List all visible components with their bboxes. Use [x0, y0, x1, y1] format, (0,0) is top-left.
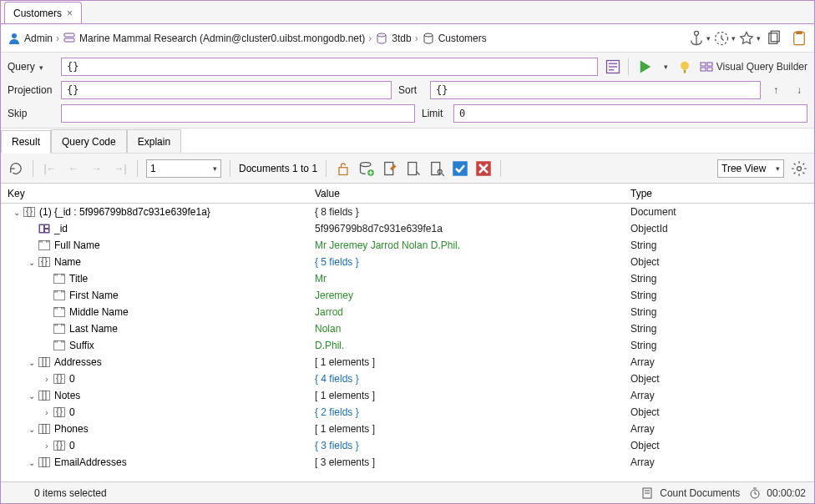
tree-row[interactable]: ⌄[]Phones[ 1 elements ]Array — [1, 421, 814, 437]
collapse-icon[interactable]: ⌄ — [26, 391, 38, 401]
limit-input[interactable] — [453, 104, 807, 123]
first-page-icon[interactable]: |← — [42, 160, 58, 177]
value-cell[interactable]: [ 1 elements ] — [315, 356, 630, 368]
projection-input[interactable] — [61, 81, 392, 99]
hint-icon[interactable] — [676, 58, 693, 75]
svg-rect-17 — [684, 70, 686, 73]
validate-icon[interactable] — [452, 160, 468, 177]
settings-icon[interactable] — [791, 160, 807, 177]
collapse-icon[interactable]: ⌄ — [26, 258, 38, 267]
collapse-icon[interactable]: ⌄ — [26, 458, 38, 467]
expand-icon[interactable]: › — [41, 408, 53, 417]
view-mode-select[interactable]: Tree View▾ — [717, 159, 784, 178]
str-type-icon: " " — [53, 323, 66, 335]
sort-desc-icon[interactable]: ↓ — [791, 82, 807, 98]
value-cell[interactable]: [ 1 elements ] — [315, 423, 630, 435]
breadcrumb-user[interactable]: Admin — [8, 32, 53, 45]
collapse-icon[interactable]: ⌄ — [26, 425, 38, 434]
value-cell[interactable]: Jeremey — [315, 290, 630, 301]
expand-icon[interactable]: › — [41, 441, 53, 451]
value-cell[interactable]: Nolan — [315, 323, 630, 335]
count-documents-button[interactable]: Count Documents — [641, 486, 740, 500]
expand-icon[interactable]: › — [41, 375, 53, 384]
tab-customers[interactable]: Customers × — [4, 2, 82, 23]
sort-asc-icon[interactable]: ↑ — [767, 82, 784, 98]
breadcrumb-connection[interactable]: Marine Mammal Research (Admin@cluster0.u… — [63, 32, 365, 45]
tree-row[interactable]: ›{}0{ 4 fields }Object — [1, 370, 814, 387]
tree-row[interactable]: " "Middle NameJarrodString — [1, 304, 814, 320]
favorite-icon[interactable]: ▾ — [741, 30, 757, 47]
last-page-icon[interactable]: →| — [112, 160, 129, 177]
chevron-down-icon[interactable]: ▾ — [39, 63, 43, 72]
column-header-type[interactable]: Type — [630, 188, 814, 199]
sort-input[interactable] — [430, 81, 761, 99]
prev-page-icon[interactable]: ← — [65, 160, 82, 177]
value-cell[interactable]: Jarrod — [315, 306, 630, 318]
svg-point-3 — [377, 33, 386, 37]
collapse-icon[interactable]: ⌄ — [26, 358, 38, 367]
value-cell[interactable]: { 8 fields } — [315, 206, 630, 218]
unlock-icon[interactable] — [335, 160, 352, 177]
run-button[interactable] — [637, 58, 654, 75]
tree-row[interactable]: ⌄[]Notes[ 1 elements ]Array — [1, 387, 814, 404]
breadcrumb-collection[interactable]: Customers — [422, 32, 487, 45]
column-header-key[interactable]: Key — [1, 188, 315, 199]
paste-icon[interactable] — [791, 30, 807, 47]
query-format-icon[interactable] — [605, 58, 621, 75]
grid-header: Key Value Type — [1, 184, 814, 204]
copy-icon[interactable] — [766, 30, 782, 47]
value-cell[interactable]: { 5 fields } — [315, 256, 630, 268]
builder-icon — [700, 60, 713, 73]
arr-type-icon: [] — [38, 456, 51, 468]
collapse-icon[interactable]: ⌄ — [11, 208, 23, 217]
add-document-icon[interactable] — [358, 160, 375, 177]
tree-row[interactable]: " "SuffixD.Phil.String — [1, 337, 814, 354]
tree-row[interactable]: ⌄{}Name{ 5 fields }Object — [1, 254, 814, 270]
svg-text:" ": " " — [54, 305, 64, 317]
tree-row[interactable]: ⌄[]EmailAddresses[ 3 elements ]Array — [1, 454, 814, 471]
tree-row[interactable]: ›{}0{ 3 fields }Object — [1, 437, 814, 454]
tab-explain[interactable]: Explain — [127, 129, 181, 153]
query-input[interactable] — [61, 58, 598, 76]
value-cell[interactable]: Mr — [315, 273, 630, 285]
tree-row[interactable]: " "First NameJeremeyString — [1, 287, 814, 304]
view-document-icon[interactable] — [405, 160, 422, 177]
run-dropdown[interactable]: ▾ — [664, 63, 668, 71]
tree-row[interactable]: " "TitleMrString — [1, 270, 814, 287]
refresh-icon[interactable] — [8, 160, 24, 177]
tab-query-code[interactable]: Query Code — [51, 129, 127, 153]
breadcrumb-database[interactable]: 3tdb — [375, 32, 411, 45]
tree-row[interactable]: _id5f996799b8d7c931e639fe1aObjectId — [1, 220, 814, 237]
value-cell[interactable]: Mr Jeremey Jarrod Nolan D.Phil. — [315, 239, 630, 251]
value-cell[interactable]: 5f996799b8d7c931e639fe1a — [315, 223, 630, 234]
visual-query-builder-button[interactable]: Visual Query Builder — [700, 60, 807, 73]
search-document-icon[interactable] — [428, 160, 445, 177]
key-label: 0 — [69, 406, 75, 418]
edit-document-icon[interactable] — [382, 160, 398, 177]
grid-body[interactable]: ⌄{}(1) {_id : 5f996799b8d7c931e639fe1a}{… — [1, 204, 814, 481]
next-page-icon[interactable]: → — [89, 160, 105, 177]
tab-result[interactable]: Result — [1, 130, 51, 154]
server-icon — [63, 32, 76, 45]
page-number-input[interactable]: 1▾ — [146, 159, 221, 178]
tree-row[interactable]: " "Last NameNolanString — [1, 320, 814, 337]
history-icon[interactable]: ▾ — [716, 30, 732, 47]
anchor-icon[interactable]: ▾ — [691, 30, 707, 47]
value-cell[interactable]: { 2 fields } — [315, 406, 630, 418]
skip-input[interactable] — [61, 104, 415, 123]
close-icon[interactable]: × — [67, 8, 73, 19]
tree-row[interactable]: ⌄[]Addresses[ 1 elements ]Array — [1, 354, 814, 370]
tree-row[interactable]: ⌄{}(1) {_id : 5f996799b8d7c931e639fe1a}{… — [1, 204, 814, 220]
value-cell[interactable]: { 4 fields } — [315, 373, 630, 385]
value-cell[interactable]: [ 3 elements ] — [315, 456, 630, 468]
value-cell[interactable]: { 3 fields } — [315, 440, 630, 451]
tree-row[interactable]: ›{}0{ 2 fields }Object — [1, 404, 814, 421]
value-cell[interactable]: [ 1 elements ] — [315, 390, 630, 401]
column-header-value[interactable]: Value — [315, 188, 630, 199]
delete-icon[interactable] — [475, 160, 492, 177]
key-label: _id — [54, 223, 68, 234]
value-cell[interactable]: D.Phil. — [315, 340, 630, 351]
tree-row[interactable]: " "Full NameMr Jeremey Jarrod Nolan D.Ph… — [1, 237, 814, 254]
skip-label: Skip — [8, 108, 54, 119]
user-icon — [8, 32, 21, 45]
